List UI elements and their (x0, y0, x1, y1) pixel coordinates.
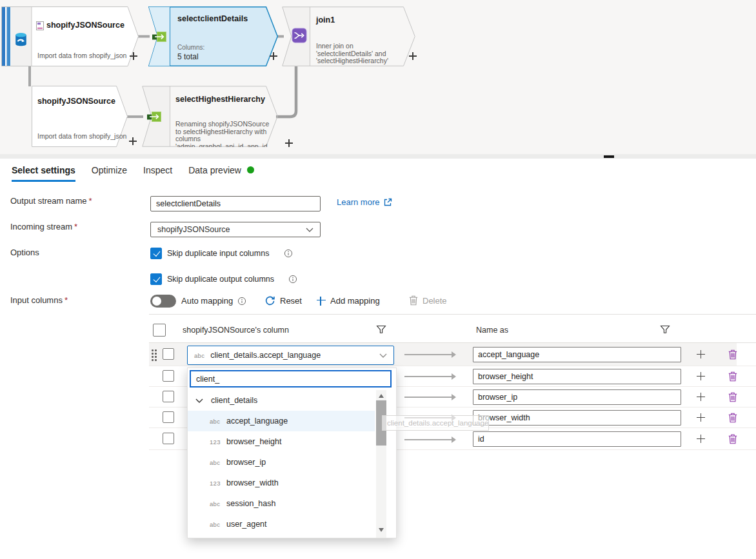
node-title: selectclientDetails (177, 14, 248, 23)
settings-tab-bar: Select settings Optimize Inspect Data pr… (12, 165, 254, 182)
dropdown-item-browser-ip[interactable]: abc browser_ip (188, 452, 375, 473)
item-label: browser_ip (226, 458, 266, 467)
required-asterisk: * (89, 196, 92, 206)
incoming-stream-select[interactable]: shopifyJSONSource (150, 222, 321, 237)
add-row-button[interactable] (697, 413, 705, 422)
row-checkbox[interactable] (163, 433, 174, 444)
add-row-button[interactable] (697, 393, 705, 401)
type-prefix: 123 (210, 438, 226, 446)
chevron-down-icon (306, 228, 313, 232)
group-label: client_details (211, 396, 257, 405)
delete-row-button[interactable] (728, 434, 737, 444)
add-row-button[interactable] (697, 350, 705, 358)
node-title: join1 (316, 15, 335, 25)
tab-data-preview-label: Data preview (188, 165, 241, 175)
row-checkbox[interactable] (163, 370, 174, 382)
tab-optimize[interactable]: Optimize (92, 165, 127, 182)
node-source-shopifyjsonsource-ref[interactable]: shopifyJSONSource Import data from shopi… (32, 86, 128, 147)
skip-duplicate-output-checkbox[interactable] (150, 273, 162, 285)
node-source-shopifyjsonsource[interactable]: shopifyJSONSource Import data from shopi… (1, 6, 139, 66)
incoming-stream-label: Incoming stream* (10, 222, 77, 231)
item-label: browser_width (226, 478, 279, 487)
dropdown-item-browser-width[interactable]: 123 browser_width (188, 473, 375, 493)
tab-select-settings[interactable]: Select settings (12, 165, 75, 182)
tab-data-preview[interactable]: Data preview (188, 165, 254, 182)
source-column-combobox[interactable]: abc client_details.accept_language (187, 346, 394, 365)
add-transformation-button[interactable] (285, 139, 293, 147)
panel-resize-handle[interactable] (604, 155, 614, 158)
info-icon[interactable] (288, 275, 297, 284)
info-icon[interactable] (237, 297, 246, 306)
auto-mapping-toggle[interactable] (150, 295, 176, 308)
delete-row-button[interactable] (728, 349, 737, 360)
filter-icon[interactable] (660, 324, 670, 335)
node-selecthighesthierarchy[interactable]: selectHighestHierarchy Renaming shopifyJ… (142, 86, 278, 147)
data-preview-status-dot (247, 166, 254, 173)
type-prefix: abc (194, 352, 204, 359)
node-selectclientdetails-selected[interactable]: selectclientDetails Columns: 5 total (148, 6, 278, 66)
scrollbar-up-arrow[interactable] (379, 394, 384, 398)
add-transformation-button[interactable] (130, 52, 137, 60)
reset-button[interactable]: Reset (264, 295, 302, 306)
dropdown-item-browser-height[interactable]: 123 browser_height (188, 431, 375, 452)
add-transformation-button[interactable] (270, 52, 277, 60)
required-asterisk: * (65, 295, 68, 305)
filter-icon[interactable] (376, 324, 386, 335)
skip-duplicate-output-label: Skip duplicate output columns (167, 275, 274, 284)
delete-row-button[interactable] (728, 392, 737, 402)
output-stream-name-input[interactable] (150, 196, 321, 211)
row-checkbox[interactable] (163, 411, 174, 423)
node-description-line4: 'admin_graphql_api_id, app_id, (175, 143, 270, 148)
add-row-button[interactable] (697, 372, 705, 380)
input-columns-label: Input columns* (10, 295, 68, 305)
name-as-input[interactable] (473, 410, 681, 426)
add-transformation-button[interactable] (409, 52, 417, 60)
mapping-arrow (404, 397, 455, 398)
delete-row-button[interactable] (728, 371, 737, 382)
drag-handle[interactable] (152, 349, 154, 351)
delete-button[interactable]: Delete (409, 295, 447, 306)
delete-row-button[interactable] (728, 413, 737, 423)
node-title: shopifyJSONSource (46, 21, 124, 30)
tab-inspect[interactable]: Inspect (143, 165, 172, 182)
node-title: selectHighestHierarchy (175, 95, 265, 104)
dropdown-item-accept-language[interactable]: abc accept_language (188, 411, 375, 431)
name-as-input[interactable] (473, 431, 681, 447)
row-checkbox[interactable] (163, 348, 174, 360)
column-header-source: shopifyJSONSource's column (183, 326, 289, 335)
name-as-input[interactable] (473, 369, 681, 384)
add-mapping-button[interactable]: Add mapping (317, 296, 380, 306)
type-prefix: abc (210, 418, 226, 425)
json-dataset-icon (36, 21, 44, 30)
toolbar-divider (149, 314, 756, 315)
plus-icon (317, 297, 326, 306)
name-as-input[interactable] (473, 347, 681, 362)
learn-more-link[interactable]: Learn more (337, 197, 392, 207)
tree-group-client-details[interactable]: client_details (188, 390, 375, 411)
dropdown-item-user-agent[interactable]: abc user_agent (188, 514, 375, 534)
select-all-checkbox[interactable] (153, 324, 166, 337)
node-title: shopifyJSONSource (37, 97, 115, 106)
chevron-down-icon[interactable] (195, 398, 203, 403)
info-icon[interactable] (284, 249, 293, 258)
node-description-line3: 'selectHighestHierarchy' (316, 57, 388, 64)
node-description-line3: columns (175, 135, 201, 142)
skip-duplicate-input-checkbox[interactable] (150, 248, 162, 259)
name-as-input[interactable] (473, 389, 681, 405)
auto-mapping-label: Auto mapping (181, 296, 246, 306)
chevron-down-icon (379, 353, 387, 358)
node-description: Import data from shopify_json (37, 133, 126, 140)
item-label: accept_language (226, 417, 288, 426)
type-prefix: abc (210, 459, 226, 466)
dropdown-item-session-hash[interactable]: abc session_hash (188, 493, 375, 514)
column-search-input[interactable] (190, 370, 392, 387)
row-checkbox[interactable] (163, 391, 174, 402)
node-join1[interactable]: join1 Inner join on 'selectclientDetails… (282, 6, 415, 66)
add-row-button[interactable] (697, 435, 705, 443)
skip-duplicate-input-label: Skip duplicate input columns (167, 249, 269, 258)
column-picker-dropdown: client_details abc accept_language 123 b… (187, 368, 397, 538)
dataflow-canvas: shopifyJSONSource Import data from shopi… (0, 0, 756, 154)
scrollbar-down-arrow[interactable] (379, 528, 384, 532)
add-transformation-button[interactable] (129, 137, 137, 145)
node-columns-label: Columns: (177, 44, 204, 51)
